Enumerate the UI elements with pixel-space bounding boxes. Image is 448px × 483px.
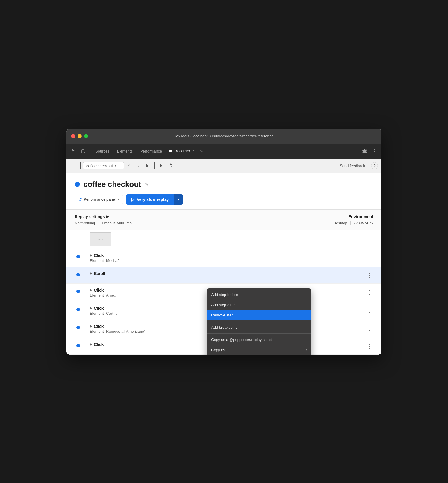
tab-recorder[interactable]: ⏺ Recorder × — [166, 147, 197, 155]
step-over-button[interactable] — [166, 162, 174, 170]
perf-panel-chevron: ▾ — [118, 197, 119, 201]
context-menu: Add step before Add step after Remove st… — [206, 288, 312, 355]
context-add-step-before[interactable]: Add step before — [206, 290, 312, 300]
recording-selector[interactable]: coffee checkout ▾ — [83, 162, 124, 169]
device-icon[interactable] — [79, 146, 88, 156]
recording-title-row: coffee checkout ✎ — [75, 180, 373, 189]
step-dot — [76, 273, 80, 276]
environment-title: Environment — [333, 214, 373, 219]
settings-right: Environment Desktop 723×574 px — [333, 214, 373, 225]
step-menu-button[interactable]: ⋮ — [365, 271, 373, 279]
submenu-arrow-icon: › — [306, 348, 307, 352]
replay-settings-title[interactable]: Replay settings ▶ — [75, 214, 132, 219]
recorder-icon: ⏺ — [169, 149, 173, 153]
step-menu-button[interactable]: ⋮ — [365, 342, 373, 350]
action-bar: ↺ Performance panel ▾ ▷ Very slow replay… — [75, 194, 373, 205]
settings-icon[interactable] — [360, 146, 369, 156]
replay-label: Very slow replay — [137, 197, 169, 202]
context-add-step-after[interactable]: Add step after — [206, 300, 312, 310]
environment-details: Desktop 723×574 px — [333, 221, 373, 225]
recording-selector-label: coffee checkout — [86, 164, 113, 168]
maximize-button[interactable] — [84, 134, 88, 138]
replay-button-group: ▷ Very slow replay ▾ — [126, 194, 183, 205]
help-button[interactable]: ? — [371, 162, 378, 169]
performance-panel-button[interactable]: ↺ Performance panel ▾ — [75, 195, 123, 204]
context-add-breakpoint[interactable]: Add breakpoint — [206, 322, 312, 332]
new-recording-button[interactable]: + — [70, 162, 78, 170]
more-options-icon[interactable]: ⋮ — [370, 146, 379, 156]
step-expand-icon: ▶ — [90, 324, 92, 328]
context-remove-step[interactable]: Remove step — [206, 310, 312, 320]
tab-performance[interactable]: Performance — [137, 147, 165, 155]
step-dot — [76, 290, 80, 293]
step-subtitle: Element "Mocha" — [90, 258, 363, 263]
step-menu-button[interactable]: ⋮ — [365, 307, 373, 315]
devtools-window: DevTools - localhost:8080/docs/devtools/… — [66, 129, 382, 355]
settings-separator — [98, 221, 98, 225]
recording-name: coffee checkout — [83, 180, 141, 189]
resolution-value: 723×574 px — [354, 221, 373, 225]
perf-panel-label: Performance panel — [84, 197, 116, 202]
devtools-tabbar: Sources Elements Performance ⏺ Recorder … — [66, 144, 382, 159]
step-content: ▶ Scroll — [90, 271, 363, 279]
replay-button[interactable] — [157, 162, 165, 170]
import-button[interactable] — [134, 162, 143, 170]
step-type: Click — [94, 324, 104, 329]
step-dot — [76, 255, 80, 258]
step-row: ▶ Scroll ⋮ — [66, 267, 382, 284]
step-timeline — [66, 342, 90, 350]
cursor-icon[interactable] — [69, 146, 78, 156]
replay-dropdown-icon: ▾ — [178, 197, 180, 202]
pipe-separator: | — [368, 163, 369, 168]
step-expand-icon: ▶ — [90, 253, 92, 257]
step-menu-button[interactable]: ⋮ — [365, 325, 373, 333]
recorder-toolbar: + coffee checkout ▾ — [66, 159, 382, 173]
more-tabs-button[interactable]: » — [198, 147, 205, 155]
step-type: Scroll — [94, 271, 105, 276]
step-title[interactable]: ▶ Scroll — [90, 271, 363, 276]
step-expand-icon: ▶ — [90, 342, 92, 346]
step-menu-button[interactable]: ⋮ — [365, 254, 373, 262]
context-copy-as[interactable]: Copy as › — [206, 345, 312, 355]
settings-row: Replay settings ▶ No throttling Timeout:… — [75, 214, 373, 225]
step-timeline — [66, 288, 90, 298]
step-dot — [76, 344, 80, 347]
tab-sources[interactable]: Sources — [92, 147, 113, 155]
replay-dropdown-button[interactable]: ▾ — [174, 194, 183, 205]
step-dot — [76, 326, 80, 329]
toolbar-divider-1 — [80, 162, 81, 169]
steps-list: □□□ ▶ Click Element "Mocha" ⋮ — [66, 230, 382, 355]
settings-expand-icon: ▶ — [106, 215, 109, 218]
send-feedback-button[interactable]: Send feedback — [340, 164, 365, 168]
timeout-value: Timeout: 5000 ms — [101, 221, 132, 225]
step-thumbnail: □□□ — [90, 232, 111, 246]
step-type: Click — [94, 342, 104, 347]
toolbar-divider-2 — [154, 162, 155, 169]
recorder-tab-close[interactable]: × — [192, 149, 194, 153]
settings-left: Replay settings ▶ No throttling Timeout:… — [75, 214, 132, 225]
context-copy-puppeteer[interactable]: Copy as a @puppeteer/replay script — [206, 335, 312, 345]
step-menu-button[interactable]: ⋮ — [365, 288, 373, 297]
desktop-label: Desktop — [333, 221, 347, 225]
throttling-value: No throttling — [75, 221, 95, 225]
performance-icon: ↺ — [78, 197, 82, 202]
close-button[interactable] — [71, 134, 75, 138]
thumbnail-row: □□□ — [66, 230, 382, 249]
very-slow-replay-button[interactable]: ▷ Very slow replay — [126, 194, 174, 205]
tab-elements[interactable]: Elements — [113, 147, 136, 155]
delete-button[interactable] — [144, 162, 152, 170]
context-menu-divider — [206, 321, 312, 321]
step-timeline — [66, 324, 90, 334]
traffic-lights — [71, 134, 88, 138]
edit-icon[interactable]: ✎ — [145, 182, 148, 187]
replay-settings-section: Replay settings ▶ No throttling Timeout:… — [66, 210, 382, 230]
step-title[interactable]: ▶ Click — [90, 253, 363, 258]
env-separator — [350, 221, 351, 225]
recorder-tab-label: Recorder — [174, 149, 190, 153]
step-timeline — [66, 271, 90, 279]
export-button[interactable] — [125, 162, 133, 170]
play-icon: ▷ — [131, 197, 134, 202]
step-type: Click — [94, 288, 104, 293]
step-dot — [76, 308, 80, 311]
minimize-button[interactable] — [78, 134, 82, 138]
